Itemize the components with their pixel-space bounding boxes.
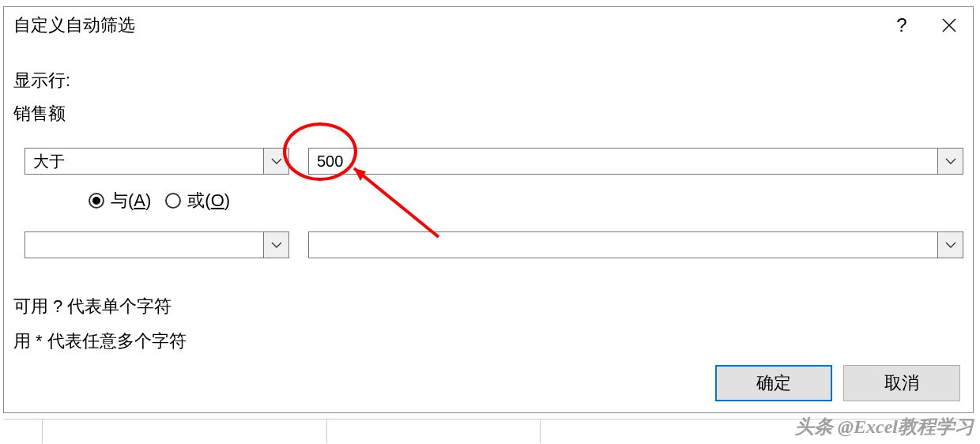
hint-multi-char: 用 * 代表任意多个字符 xyxy=(13,329,963,353)
radio-and-circle xyxy=(89,193,104,209)
value-1-combo[interactable] xyxy=(308,148,963,175)
dialog-title: 自定义自动筛选 xyxy=(13,13,878,37)
close-button[interactable] xyxy=(925,7,973,43)
help-icon: ? xyxy=(896,14,906,36)
criteria-row-2 xyxy=(13,231,963,258)
chevron-down-icon xyxy=(945,242,956,249)
dialog-content: 显示行: 销售额 与(A) 或(O) xyxy=(4,43,973,353)
dialog-footer: 确定 取消 xyxy=(715,365,960,401)
value-2-dropdown-button[interactable] xyxy=(937,232,963,258)
hint-single-char: 可用 ? 代表单个字符 xyxy=(13,295,963,318)
radio-and[interactable]: 与(A) xyxy=(89,189,151,213)
value-1-input[interactable] xyxy=(309,149,937,174)
operator-1-input[interactable] xyxy=(25,149,263,174)
chevron-down-icon xyxy=(271,158,282,165)
operator-2-input[interactable] xyxy=(25,232,263,258)
close-icon xyxy=(942,18,956,32)
cancel-button[interactable]: 取消 xyxy=(843,365,960,401)
operator-2-dropdown-button[interactable] xyxy=(263,232,288,258)
custom-autofilter-dialog: 自定义自动筛选 ? 显示行: 销售额 xyxy=(3,6,974,413)
radio-or-label: 或(O) xyxy=(187,189,230,213)
field-name-label: 销售额 xyxy=(13,102,963,126)
operator-1-dropdown-button[interactable] xyxy=(263,149,288,174)
radio-or-circle xyxy=(165,193,181,209)
operator-1-combo[interactable] xyxy=(24,148,289,175)
ok-button[interactable]: 确定 xyxy=(715,365,832,401)
operator-2-combo[interactable] xyxy=(24,231,289,258)
value-2-combo[interactable] xyxy=(308,231,963,258)
logic-radio-group: 与(A) 或(O) xyxy=(89,189,963,213)
radio-or[interactable]: 或(O) xyxy=(165,189,230,213)
chevron-down-icon xyxy=(945,158,956,165)
help-button[interactable]: ? xyxy=(878,7,925,43)
watermark-text: 头条 @Excel教程学习 xyxy=(795,414,974,439)
radio-and-label: 与(A) xyxy=(111,189,151,213)
criteria-row-1 xyxy=(13,148,963,175)
show-rows-label: 显示行: xyxy=(13,69,963,92)
titlebar: 自定义自动筛选 ? xyxy=(4,7,973,43)
value-2-input[interactable] xyxy=(309,232,937,258)
value-1-dropdown-button[interactable] xyxy=(937,149,963,174)
radio-dot-icon xyxy=(92,197,100,205)
chevron-down-icon xyxy=(271,242,282,249)
